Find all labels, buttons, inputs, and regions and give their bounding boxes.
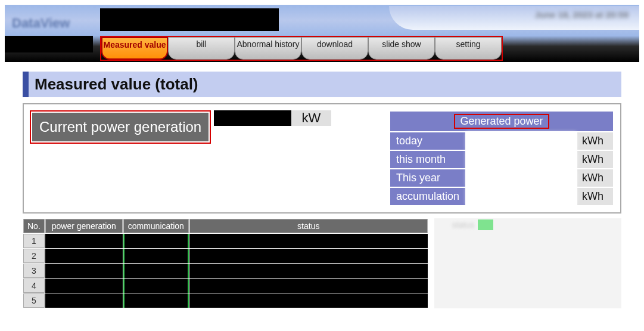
gen-unit: kWh [577,132,613,150]
tab-bill[interactable]: bill [168,37,235,60]
cell-status [189,279,428,293]
app-frame: DataView June 18, 2023 at 20:59 Measured… [0,0,644,331]
status-table: No. power generation communication statu… [23,218,428,308]
generated-power-header: Generated power [454,114,549,129]
cell-comm [123,264,189,278]
bottom-wrap: No. power generation communication statu… [23,218,621,308]
current-gen-value [214,110,291,126]
cell-pg [45,264,123,278]
nav-redacted-block [5,36,93,52]
col-no: No. [23,219,45,233]
cell-comm [123,249,189,263]
current-gen-label: Current power generation [32,113,209,141]
current-gen-value-block: kW [214,110,332,126]
cell-pg [45,249,123,263]
gen-value [466,188,576,205]
tab-download[interactable]: download [301,37,368,60]
current-gen-unit: kW [291,110,332,126]
tab-slide-show[interactable]: slide show [368,37,435,60]
col-communication: communication [123,219,189,233]
cell-status [189,293,428,308]
tab-setting[interactable]: setting [435,37,502,60]
row-no: 4 [23,279,45,293]
table-row: 4 [23,279,428,293]
row-no: 5 [23,293,45,308]
cell-status [189,264,428,278]
page-title: Measured value (total) [35,75,198,94]
cell-pg [45,279,123,293]
gen-unit: kWh [577,169,613,187]
aux-panel: status [434,218,621,308]
table-row: 3 [23,264,428,278]
gen-label: this month [390,151,465,168]
cell-comm [123,279,189,293]
gen-unit: kWh [577,151,613,168]
gen-value [466,151,576,168]
generated-power-panel: Generated power today kWh this month kWh… [389,110,614,206]
tab-abnormal-history[interactable]: Abnormal history [235,37,301,60]
gen-row-year: This year kWh [390,169,613,187]
header-right: June 18, 2023 at 20:59 [389,6,639,30]
current-generation-panel: Current power generation kW [30,110,389,206]
row-no: 2 [23,249,45,263]
panels-row: Current power generation kW Generated po… [23,103,621,214]
gen-row-today: today kWh [390,132,613,150]
row-no: 3 [23,264,45,278]
tab-measured-value[interactable]: Measured value [101,37,168,60]
aux-status-indicator [478,219,493,230]
cell-status [189,234,428,248]
table-row: 1 [23,234,428,248]
cell-comm [123,234,189,248]
header-redacted-block [100,8,279,31]
generated-power-table: Generated power today kWh this month kWh… [389,110,614,206]
generated-power-header-cell: Generated power [390,112,613,131]
cell-pg [45,234,123,248]
row-no: 1 [23,234,45,248]
nav-row: Measured value bill Abnormal history dow… [5,36,639,62]
gen-label: accumulation [390,188,465,205]
current-gen-row: Current power generation [32,113,209,141]
gen-value [466,132,576,150]
header-date: June 18, 2023 at 20:59 [534,10,629,20]
status-header-row: No. power generation communication statu… [23,219,428,233]
table-row: 2 [23,249,428,263]
aux-badge: status [452,219,493,230]
gen-value [466,169,576,187]
cell-comm [123,293,189,308]
cell-status [189,249,428,263]
table-row: 5 [23,293,428,308]
header-band: DataView June 18, 2023 at 20:59 [5,5,639,36]
gen-row-accumulation: accumulation kWh [390,188,613,205]
current-gen-highlight: Current power generation [30,110,211,144]
app-logo: DataView [12,16,70,31]
gen-row-month: this month kWh [390,151,613,168]
aux-label: status [452,220,474,230]
gen-label: today [390,132,465,150]
tabs-container: Measured value bill Abnormal history dow… [100,36,503,61]
col-status: status [189,219,428,233]
gen-label: This year [390,169,465,187]
cell-pg [45,293,123,308]
col-power-generation: power generation [45,219,123,233]
gen-unit: kWh [577,188,613,205]
page-title-row: Measured value (total) [23,72,621,97]
